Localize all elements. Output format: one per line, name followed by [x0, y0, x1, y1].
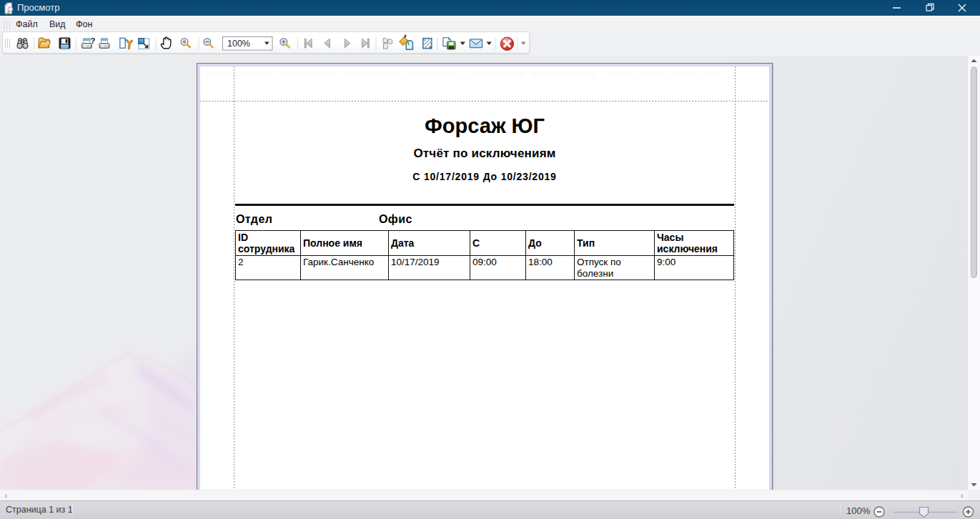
svg-text:?: ?: [91, 36, 96, 45]
svg-text:100%: 100%: [227, 39, 250, 49]
